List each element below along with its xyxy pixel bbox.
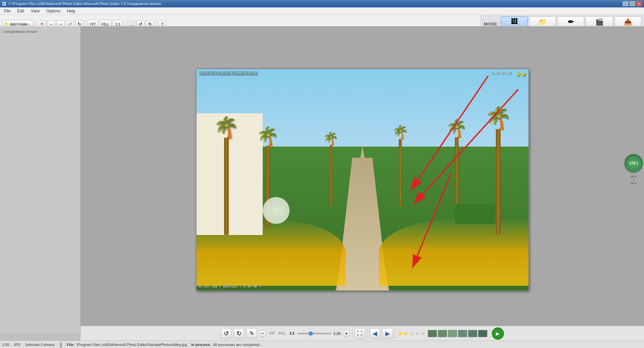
stars-control: ★ ★ ★ ★ ★ (397, 330, 426, 337)
zoom-out-ctrl[interactable]: − (259, 330, 266, 337)
zoom-fill-label[interactable]: FILL (277, 331, 287, 336)
status-count: 1\39 (2, 343, 9, 347)
close-button[interactable]: ✕ (636, 1, 642, 6)
photo-timestamp: 0:47:17:48 (491, 71, 511, 75)
thumbnails-area (428, 330, 487, 337)
export-icon: 📤 (624, 18, 632, 26)
status-format: JPG (13, 343, 20, 347)
watermark-text: www.67下载.com (632, 190, 636, 207)
palm-trunk-r1 (496, 129, 501, 235)
thumb-3[interactable] (448, 330, 457, 337)
next-button[interactable]: ▶ (382, 328, 393, 339)
right-mini-panel: 179.1 0K/s 4 0K/s www.67下载.com (625, 153, 643, 207)
palm-l1: 🌴 (213, 117, 240, 235)
maximize-button[interactable]: □ (629, 1, 635, 6)
ctrl-separator-1 (352, 329, 352, 338)
status-sep-5 (189, 342, 189, 347)
star-1[interactable]: ★ (397, 330, 403, 337)
photo-info-top: F9/1 1 • EqISO • 24mm • 4/99 (199, 71, 258, 76)
rotate-right-ctrl[interactable]: ↻ (233, 328, 244, 339)
star-2[interactable]: ★ (403, 330, 409, 337)
status-sep-1 (11, 342, 11, 347)
rotate-left-ctrl[interactable]: ↺ (221, 328, 231, 339)
app-icon: 🖼 (2, 1, 6, 6)
status-selected: Selected 0 photos (25, 343, 55, 347)
menu-help[interactable]: Help (64, 8, 78, 14)
photo-stars-overlay: ★★ (516, 71, 526, 78)
thumb-2[interactable] (438, 330, 447, 337)
ctrl-separator-3 (395, 329, 395, 338)
compass-widget: 179.1 (625, 154, 643, 172)
menu-file[interactable]: File (1, 8, 13, 14)
status-sep-4 (65, 342, 65, 347)
palm-leaves-l1: 🌴 (214, 117, 239, 138)
palm-leaves-c1: 🌴 (323, 132, 339, 145)
speed-display: 0K/s 4 0K/s (631, 175, 637, 185)
zoom-value: 1:20 (334, 332, 341, 336)
palm-leaves-r2: 🌴 (446, 120, 468, 137)
palm-c1: 🌴 (323, 132, 339, 206)
zoom-1-1-label[interactable]: 1:1 (288, 331, 296, 336)
status-in-process-value: All processes are completed... (213, 343, 262, 347)
status-sep-2 (23, 342, 23, 347)
slideshow-icon: 🎬 (595, 18, 604, 26)
menu-view[interactable]: View (28, 8, 42, 14)
viewer-icon: 🖼 (511, 18, 518, 26)
status-file-label: File: (67, 343, 75, 347)
photo-info-bottom: Alley.jpg • 800×583 ( 0.48 MP ) (199, 285, 262, 288)
palm-leaves-r1: 🌴 (485, 107, 512, 129)
status-sep-3 (57, 342, 57, 347)
statusbar: 1\39 JPG Selected 0 photos ⣿ File: \Prog… (0, 341, 644, 348)
palm-leaves-l2: 🌴 (256, 127, 280, 146)
titlebar-text: C:\Program Files (x86)\Artensoft Photo E… (8, 2, 161, 6)
status-in-process-label: In process: (191, 343, 211, 347)
fullscreen-ctrl[interactable]: ⛶ (354, 328, 365, 339)
star-4[interactable]: ★ (415, 330, 420, 337)
menu-edit[interactable]: Edit (14, 8, 27, 14)
main-area: Unregistered version (0, 26, 644, 333)
minimize-button[interactable]: ─ (622, 1, 629, 6)
folder-icon: 📁 (4, 22, 9, 26)
palm-leaves-c2: 🌴 (392, 125, 409, 139)
star-3[interactable]: ★ (409, 330, 414, 337)
mode-label: MODE: (484, 22, 498, 27)
titlebar-controls[interactable]: ─ □ ✕ (622, 1, 642, 6)
white-flowers (263, 197, 290, 224)
ctrl-separator-4 (489, 329, 490, 338)
palm-trunk-c1 (330, 145, 332, 206)
thumb-4[interactable] (458, 330, 467, 337)
palm-trunk-c2 (399, 139, 402, 206)
thumb-6[interactable] (478, 330, 487, 337)
status-file-path: \Program Files (x86)\Artensoft Photo Edi… (77, 343, 187, 347)
edit-icon: ✏ (568, 18, 574, 26)
photo-frame: 🌴 🌴 🌴 🌴 🌴 (196, 69, 529, 291)
status-progress-dots: ⣿ (59, 342, 62, 347)
sidebar: Unregistered version (0, 26, 81, 333)
thumb-5[interactable] (468, 330, 477, 337)
ctrl-separator-2 (367, 329, 368, 338)
palm-trunk-l1 (224, 138, 229, 235)
photo-canvas: 🌴 🌴 🌴 🌴 🌴 (197, 69, 528, 291)
titlebar: 🖼 C:\Program Files (x86)\Artensoft Photo… (0, 0, 644, 7)
prev-button[interactable]: ◀ (370, 328, 380, 339)
zoom-slider[interactable] (297, 333, 331, 334)
menu-options[interactable]: Options (44, 8, 63, 14)
star-5[interactable]: ★ (420, 330, 426, 337)
compass-value: 179.1 (629, 161, 638, 165)
hedge (455, 204, 495, 224)
organize-icon: 📁 (539, 18, 547, 26)
edit-ctrl[interactable]: ✎ (246, 328, 257, 339)
menubar: File Edit View Options Help (0, 7, 644, 15)
palm-c2: 🌴 (392, 125, 409, 206)
zoom-fit-label[interactable]: FIT (268, 331, 276, 336)
zoom-area: FIT FILL 1:1 1:20 (268, 331, 341, 336)
unregistered-badge: Unregistered version (3, 29, 78, 34)
viewer-area[interactable]: 🌴 🌴 🌴 🌴 🌴 (81, 26, 644, 333)
thumb-1[interactable] (428, 330, 437, 337)
bottom-controls: ↺ ↻ ✎ − FIT FILL 1:1 1:20 + ⛶ ◀ ▶ ★ ★ ★ … (81, 326, 644, 341)
titlebar-left: 🖼 C:\Program Files (x86)\Artensoft Photo… (2, 1, 161, 6)
play-button[interactable]: ▶ (492, 327, 504, 340)
zoom-in-ctrl[interactable]: + (343, 330, 350, 337)
